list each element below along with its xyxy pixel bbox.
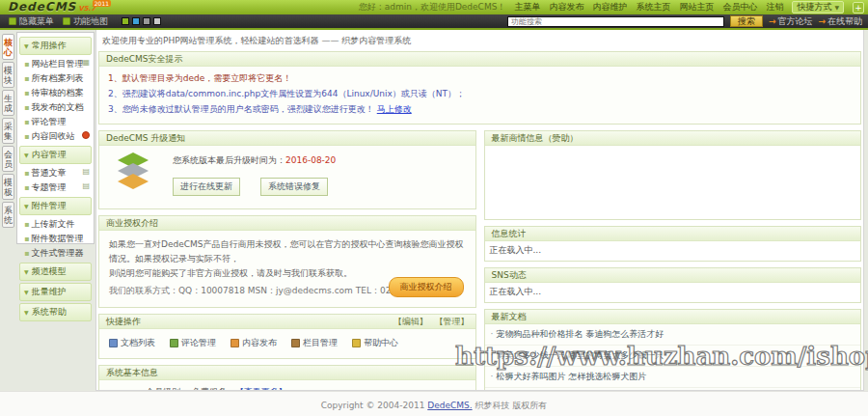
online-update-button[interactable]: 进行在线更新 (173, 178, 240, 196)
bullet-icon: ▪ (24, 183, 29, 192)
chevron-down-icon: ▼ (24, 42, 29, 49)
latest-doc-item[interactable]: ·博美犬多少钱一只 哪里的博美犬多少钱一只 (485, 346, 861, 367)
tab-system[interactable]: 系统 (2, 202, 14, 228)
statistics-panel: 信息统计 正在载入中... (484, 226, 862, 262)
section-channel-model[interactable]: ▼频道模型 (19, 263, 92, 281)
section-title: 常用操作 (32, 41, 67, 50)
tab-modules[interactable]: 模块 (2, 62, 14, 88)
nav-content-maintain[interactable]: 内容维护 (592, 1, 627, 14)
theme-color-light[interactable] (153, 17, 161, 25)
edit-link[interactable]: 【编辑】 (393, 317, 428, 326)
tab-core[interactable]: 核心 (2, 34, 14, 60)
menu-item-upload-file[interactable]: ▪上传新文件 (19, 217, 92, 232)
security-tip-3-text: 3、您尚未修改过默认管理员的用户名或密码，强烈建议您进行更改！ (108, 104, 374, 114)
quick-item-label: 文档列表 (121, 337, 155, 349)
theme-color-gray[interactable] (143, 17, 150, 25)
bullet-icon: ▪ (24, 169, 29, 178)
tab-template[interactable]: 模板 (2, 174, 14, 200)
menu-item-label: 所有档案列表 (31, 73, 83, 83)
nav-member-center[interactable]: 会员中心 (722, 1, 757, 14)
menu-item-file-manager[interactable]: ▪文件式管理器 (19, 246, 92, 261)
latest-doc-item[interactable]: ·松狮犬好养吗图片 怎样挑选松狮犬图片 (485, 367, 861, 388)
nav-system-home[interactable]: 系统主页 (636, 1, 670, 14)
license-intro-header: 商业授权介绍 (99, 216, 475, 231)
bullet-icon: ▪ (24, 132, 29, 141)
function-map-button[interactable]: 功能地图 (63, 15, 108, 28)
dot-icon: · (491, 372, 494, 381)
search-button[interactable]: 搜索 (730, 15, 763, 27)
menu-item-label: 评论管理 (31, 117, 66, 126)
menu-item-all-documents[interactable]: ▪所有档案列表 (19, 71, 92, 86)
copyright-after: 织梦科技 版权所有 (475, 401, 547, 410)
online-help-link[interactable]: → 在线帮助 (818, 15, 862, 28)
left-column: DedeCMS 升级通知 您系统版本最后升级时间为：2016-08-20 进行在… (98, 130, 476, 391)
chevron-down-icon: ▼ (834, 2, 839, 13)
add-shortcut-button[interactable]: + (853, 2, 864, 14)
official-forum-link[interactable]: → 官方论坛 (769, 15, 813, 28)
function-map-label: 功能地图 (73, 15, 108, 28)
menu-item-label: 待审核的档案 (31, 88, 83, 97)
latest-doc-item[interactable]: ·宠物狗品种和价格排名 泰迪狗怎么养活才好 (485, 324, 861, 346)
statistics-header: 信息统计 (485, 227, 861, 241)
bullet-icon: ▪ (24, 103, 29, 112)
quick-item-label: 内容发布 (242, 337, 277, 349)
main-content: 欢迎使用专业的PHP网站管理系统，轻松建站的首选利器 —— 织梦内容管理系统 D… (95, 30, 864, 391)
upgrade-info: 您系统版本最后升级时间为：2016-08-20 进行在线更新 系统错误修复 (173, 153, 345, 196)
two-column-layout: DedeCMS 升级通知 您系统版本最后升级时间为：2016-08-20 进行在… (98, 130, 861, 391)
dedecms-admin-dashboard: DedeCMS V5.7 2011 您好：admin，欢迎使用DedeCMS！ … (0, 0, 868, 416)
quick-doc-list[interactable]: 文档列表 (109, 337, 155, 349)
menu-item-comments[interactable]: ▪评论管理 (19, 115, 92, 129)
tab-generate[interactable]: 生成 (2, 90, 14, 116)
menu-item-normal-article[interactable]: ▪普通文章 ▤ (19, 166, 92, 180)
shortcut-dropdown[interactable]: 快捷方式 ▼ (792, 1, 844, 14)
license-intro-button[interactable]: 商业授权介绍 (389, 277, 464, 297)
document-icon: ▤ (82, 167, 90, 176)
section-batch-maintenance[interactable]: ▼批量维护 (19, 283, 92, 301)
nav-content-publish[interactable]: 内容发布 (549, 1, 583, 14)
hide-menu-button[interactable]: 隐藏菜单 (9, 15, 54, 28)
recycle-icon (82, 131, 90, 139)
quick-comments[interactable]: 评论管理 (170, 337, 216, 349)
menu-item-pending-documents[interactable]: ▪待审核的档案 (19, 86, 92, 100)
greeting-text: 您好：admin，欢迎使用DedeCMS！ (359, 1, 506, 14)
footer: Copyright © 2004-2011 DedeCMS. 织梦科技 版权所有 (0, 391, 868, 416)
dot-icon: · (491, 329, 494, 339)
menu-item-special-topics[interactable]: ▪专题管理 ▤ (19, 180, 92, 195)
nav-main-menu[interactable]: 主菜单 (514, 1, 540, 14)
fix-now-link[interactable]: 马上修改 (377, 104, 412, 114)
menu-item-site-columns[interactable]: ▪网站栏目管理 ▦ (19, 57, 92, 71)
theme-color-blue[interactable] (132, 17, 140, 25)
error-fix-button[interactable]: 系统错误修复 (260, 178, 328, 196)
dedecms-logo: DedeCMS V5.7 2011 (8, 0, 95, 14)
nav-site-home[interactable]: 网站主页 (679, 1, 714, 14)
quick-operations-header: 快捷操作 【编辑】 【管理】 (99, 315, 475, 329)
menu-item-attachment-data[interactable]: ▪附件数据管理 (19, 232, 92, 246)
section-title: 系统帮助 (32, 307, 67, 317)
comment-icon (170, 339, 178, 347)
theme-color-green[interactable] (122, 17, 129, 25)
menu-item-recycle-bin[interactable]: ▪内容回收站 (19, 129, 92, 144)
quick-columns[interactable]: 栏目管理 (291, 337, 338, 349)
manage-link[interactable]: 【管理】 (435, 317, 470, 326)
tab-collect[interactable]: 采集 (2, 118, 14, 144)
menu-item-label: 内容回收站 (31, 131, 74, 141)
quick-publish[interactable]: 内容发布 (231, 337, 277, 349)
latest-doc-title: 宠物狗品种和价格排名 泰迪狗怎么养活才好 (496, 329, 664, 339)
welcome-text: 欢迎使用专业的PHP网站管理系统，轻松建站的首选利器 —— 织梦内容管理系统 (98, 32, 861, 51)
upgrade-notice-header: DedeCMS 升级通知 (99, 131, 475, 146)
online-help-label: 在线帮助 (827, 15, 862, 28)
function-search-input[interactable] (507, 16, 724, 27)
menu-item-my-documents[interactable]: ▪我发布的文档 (19, 100, 92, 115)
tab-member[interactable]: 会员 (2, 146, 14, 172)
section-attachment-management[interactable]: ▼附件管理 (19, 197, 92, 215)
system-info-header: 系统基本信息 (99, 366, 475, 380)
nav-logout[interactable]: 注销 (766, 1, 783, 14)
section-content-management[interactable]: ▼内容管理 (19, 146, 92, 164)
dedecms-footer-link[interactable]: DedeCMS. (427, 401, 472, 410)
sponsor-info-panel: 最新商情信息（赞助） (484, 130, 862, 220)
section-system-help[interactable]: ▼系统帮助 (19, 303, 92, 321)
document-icon: ▤ (82, 181, 90, 190)
section-common-operations[interactable]: ▼常用操作 (19, 37, 92, 55)
quick-help[interactable]: 帮助中心 (352, 337, 398, 349)
section-title: 批量维护 (32, 287, 67, 296)
